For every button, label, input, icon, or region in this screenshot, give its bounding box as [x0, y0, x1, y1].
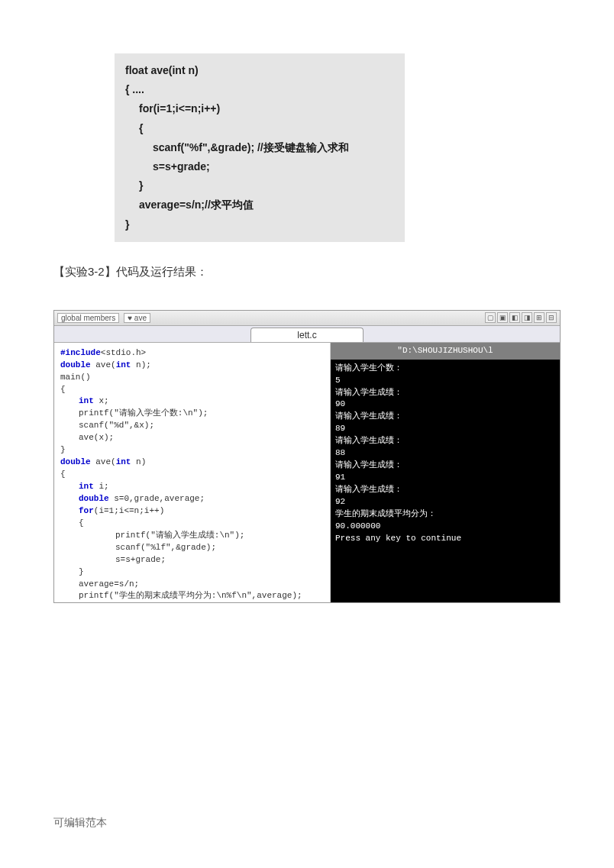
console-line: 89 [335, 423, 555, 435]
console-line: 请输入学生成绩： [335, 387, 555, 399]
console-line: Press any key to continue [335, 533, 555, 545]
code-line: average=s/n;//求平均值 [125, 195, 394, 215]
code-line: for(i=1;i<=n;i++) [125, 99, 394, 118]
code-line: printf("学生的期末成绩平均分为:\n%f\n",average); [60, 590, 324, 602]
symbol-dropdown[interactable]: ♥ ave [124, 313, 150, 323]
code-line: scanf("%f",&grade); //接受键盘输入求和 [125, 138, 394, 157]
code-line: printf("请输入学生成绩:\n"); [60, 530, 324, 542]
toolbar-icon[interactable]: ▢ [485, 312, 496, 323]
console-title-bar: "D:\SHOUJIZHUSHOU\l [331, 343, 560, 360]
code-line: { [60, 518, 324, 530]
code-line: ave(x); [60, 432, 324, 444]
toolbar-icon[interactable]: ◨ [522, 312, 532, 323]
members-dropdown[interactable]: global members [57, 313, 119, 323]
code-line: float ave(int n) [125, 61, 394, 80]
console-line: 92 [335, 496, 555, 508]
code-token: n) [131, 457, 146, 466]
code-line: } [125, 215, 394, 234]
console-line: 90 [335, 399, 555, 411]
code-line: s=s+grade; [125, 157, 394, 176]
code-token: ave( [91, 360, 116, 369]
page-footer: 可编辑范本 [53, 816, 107, 830]
console-line: 学生的期末成绩平均分为： [335, 508, 555, 521]
code-token: ave( [91, 457, 116, 466]
ide-window: global members ♥ ave ▢ ▣ ◧ ◨ ⊞ ⊟ lett.c … [53, 310, 561, 603]
code-editor[interactable]: #include<stdio.h> double ave(int n); mai… [54, 343, 331, 602]
code-line: { [60, 469, 324, 481]
code-line: scanf("%d",&x); [60, 420, 324, 432]
code-token: int [79, 482, 94, 491]
code-token: #include [60, 348, 101, 357]
console-line: 请输入学生成绩： [335, 484, 555, 496]
console-line: 请输入学生成绩： [335, 460, 555, 472]
toolbar-icon[interactable]: ◧ [509, 312, 520, 323]
console-line: 请输入学生成绩： [335, 435, 555, 447]
ide-toolbar: global members ♥ ave ▢ ▣ ◧ ◨ ⊞ ⊟ [54, 311, 560, 326]
ide-body: #include<stdio.h> double ave(int n); mai… [54, 343, 560, 602]
code-line: average=s/n; [60, 579, 324, 591]
sample-code-block: float ave(int n) { .... for(i=1;i<=n;i++… [115, 53, 405, 242]
code-token: i; [94, 482, 109, 491]
file-tab[interactable]: lett.c [250, 328, 363, 342]
toolbar-icon[interactable]: ⊞ [534, 312, 545, 323]
code-line: { .... [125, 80, 394, 99]
console-line: 5 [335, 375, 555, 387]
code-token: double [60, 360, 91, 369]
document-page: float ave(int n) { .... for(i=1;i<=n;i++… [0, 0, 614, 603]
toolbar-icon-group: ▢ ▣ ◧ ◨ ⊞ ⊟ [485, 312, 557, 323]
code-line: } [60, 444, 324, 457]
console-line: 请输入学生个数： [335, 363, 555, 375]
toolbar-icon[interactable]: ▣ [497, 312, 508, 323]
code-token: <stdio.h> [101, 348, 146, 357]
code-line: } [125, 176, 394, 195]
code-token: double [60, 457, 91, 466]
code-line: s=s+grade; [60, 554, 324, 566]
console-line: 90.000000 [335, 521, 555, 533]
code-token: s=0,grade,average; [109, 494, 205, 503]
code-token: double [79, 494, 109, 503]
code-token: for [79, 506, 94, 515]
code-token: int [116, 360, 131, 369]
code-line: printf("请输入学生个数:\n"); [60, 408, 324, 420]
toolbar-icon[interactable]: ⊟ [546, 312, 557, 323]
code-line: main() [60, 372, 324, 384]
code-line: scanf("%lf",&grade); [60, 542, 324, 554]
code-token: (i=1;i<=n;i++) [94, 506, 164, 515]
code-line: { [60, 384, 324, 396]
console-body: 请输入学生个数： 5 请输入学生成绩： 90 请输入学生成绩： 89 请输入学生… [331, 360, 560, 548]
ide-tab-bar: lett.c [54, 326, 560, 343]
code-token: x; [94, 396, 109, 405]
code-line: { [125, 119, 394, 138]
code-line: } [60, 566, 324, 579]
console-line: 88 [335, 447, 555, 460]
code-token: n); [131, 360, 150, 369]
code-token: int [116, 457, 131, 466]
console-line: 请输入学生成绩： [335, 411, 555, 423]
section-heading: 【实验3-2】代码及运行结果： [53, 265, 561, 279]
output-console: "D:\SHOUJIZHUSHOU\l 请输入学生个数： 5 请输入学生成绩： … [331, 343, 560, 602]
code-token: int [79, 396, 94, 405]
console-line: 91 [335, 472, 555, 484]
